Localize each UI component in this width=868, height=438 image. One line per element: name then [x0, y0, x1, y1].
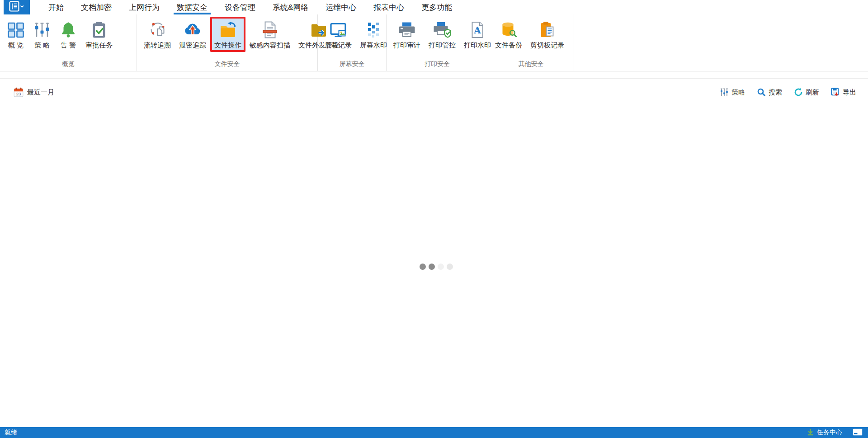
- print-watermark-icon: A: [468, 21, 486, 39]
- ribbon-button-label: 文件备份: [495, 41, 522, 49]
- print-control-icon: [433, 21, 451, 39]
- tab-data-security[interactable]: 数据安全: [168, 0, 216, 14]
- screen-watermark-icon: [364, 21, 382, 39]
- ribbon-button-print-control[interactable]: 打印管控: [425, 17, 460, 52]
- ribbon-group-screen-security: 屏幕记录 屏幕水印 屏幕安全: [318, 14, 387, 71]
- refresh-icon: [794, 88, 803, 97]
- ribbon-group-overview: 概 览 策 略: [0, 14, 137, 71]
- message-panel-button[interactable]: [853, 429, 863, 437]
- ribbon-button-label: 剪切板记录: [530, 41, 564, 49]
- ribbon-button-screen-record[interactable]: 屏幕记录: [321, 17, 356, 52]
- ribbon-group-label: 屏幕安全: [318, 59, 386, 71]
- overview-grid-icon: [7, 21, 25, 39]
- ribbon-group-other-security: 文件备份 剪切板记录 其他安全: [488, 14, 574, 71]
- ribbon-button-label: 打印审计: [393, 41, 420, 49]
- export-button[interactable]: 导出: [831, 88, 856, 97]
- ribbon-button-file-backup[interactable]: 文件备份: [491, 17, 526, 52]
- ribbon-button-label: 策 略: [34, 41, 50, 49]
- ribbon-button-label: 敏感内容扫描: [250, 41, 290, 49]
- tab-device-management[interactable]: 设备管理: [216, 0, 264, 14]
- svg-text:A: A: [473, 25, 481, 36]
- tab-start[interactable]: 开始: [40, 0, 72, 14]
- calendar-icon: 23: [14, 87, 24, 97]
- ribbon-button-screen-watermark[interactable]: 屏幕水印: [356, 17, 391, 52]
- ribbon-button-leak-tracking[interactable]: 泄密追踪: [175, 17, 210, 52]
- task-download-icon: [807, 428, 814, 437]
- task-center-button[interactable]: 任务中心: [807, 428, 842, 437]
- tab-system-network[interactable]: 系统&网络: [264, 0, 317, 14]
- toolbar-actions: 策略 搜索 刷新: [720, 88, 856, 97]
- policy-sliders-icon: [720, 88, 729, 97]
- app-menu-icon: [9, 1, 24, 14]
- loading-dots: [420, 264, 453, 270]
- ribbon-button-file-operation[interactable]: 文件操作: [210, 17, 245, 52]
- date-range-label: 最近一月: [27, 88, 54, 97]
- file-operation-icon: [219, 21, 237, 39]
- export-button-label: 导出: [843, 88, 856, 97]
- ribbon-button-label: 概 览: [8, 41, 24, 49]
- tab-bar: 开始 文档加密 上网行为 数据安全 设备管理 系统&网络 运维中心 报表中心 更…: [0, 0, 868, 14]
- ribbon-button-sensitive-content-scan[interactable]: 敏感内容扫描: [245, 17, 294, 52]
- status-bar: 就绪 任务中心: [0, 427, 868, 438]
- message-panel-icon: [853, 429, 863, 437]
- task-center-label: 任务中心: [817, 429, 842, 437]
- ribbon-button-clipboard-record[interactable]: 剪切板记录: [526, 17, 568, 52]
- ribbon-button-label: 告 警: [61, 41, 76, 49]
- file-flow-trace-icon: [148, 21, 166, 39]
- ribbon-button-label: 屏幕水印: [360, 41, 387, 49]
- ribbon-button-label: 泄密追踪: [179, 41, 206, 49]
- alarm-bell-icon: [59, 21, 77, 39]
- ribbon: 概 览 策 略: [0, 14, 868, 71]
- content-area: [0, 106, 868, 427]
- screen-record-icon: [329, 21, 347, 39]
- ribbon-group-print-security: 打印审计 打印管控: [387, 14, 488, 71]
- refresh-button[interactable]: 刷新: [794, 88, 819, 97]
- sensitive-content-scan-icon: [261, 21, 279, 39]
- search-icon: [757, 88, 766, 97]
- policy-button[interactable]: 策略: [720, 88, 745, 97]
- status-text: 就绪: [5, 429, 17, 437]
- print-audit-icon: [398, 21, 416, 39]
- ribbon-group-label: 文件安全: [137, 59, 317, 71]
- approval-tasks-icon: [90, 21, 108, 39]
- ribbon-button-label: 文件操作: [214, 41, 241, 49]
- ribbon-button-approval-tasks[interactable]: 审批任务: [81, 17, 117, 52]
- ribbon-button-print-audit[interactable]: 打印审计: [389, 17, 425, 52]
- ribbon-group-label: 概览: [0, 59, 137, 71]
- refresh-button-label: 刷新: [806, 88, 819, 97]
- ribbon-button-policy[interactable]: 策 略: [29, 17, 55, 52]
- content-toolbar: 23 最近一月 策略: [0, 78, 868, 106]
- search-button[interactable]: 搜索: [757, 88, 782, 97]
- tab-internet-behavior[interactable]: 上网行为: [120, 0, 168, 14]
- clipboard-record-icon: [538, 21, 557, 39]
- ribbon-group-label: 其他安全: [488, 59, 574, 71]
- ribbon-group-file-security: 流转追溯 泄密追踪: [137, 14, 318, 71]
- ribbon-button-file-flow-trace[interactable]: 流转追溯: [140, 17, 175, 52]
- export-icon: [831, 88, 840, 97]
- app-menu-button[interactable]: [4, 0, 30, 14]
- ribbon-button-overview[interactable]: 概 览: [3, 17, 29, 52]
- ribbon-button-label: 屏幕记录: [325, 41, 352, 49]
- ribbon-tabs: 开始 文档加密 上网行为 数据安全 设备管理 系统&网络 运维中心 报表中心 更…: [40, 0, 461, 14]
- tab-more-features[interactable]: 更多功能: [413, 0, 461, 14]
- ribbon-button-label: 审批任务: [85, 41, 113, 49]
- tab-ops-center[interactable]: 运维中心: [317, 0, 365, 14]
- svg-text:23: 23: [16, 91, 21, 96]
- tab-doc-encryption[interactable]: 文档加密: [72, 0, 120, 14]
- ribbon-group-label: 打印安全: [387, 59, 488, 71]
- ribbon-button-label: 流转追溯: [144, 41, 171, 49]
- ribbon-button-label: 打印管控: [429, 41, 456, 49]
- ribbon-button-label: 打印水印: [464, 41, 491, 49]
- search-button-label: 搜索: [769, 88, 782, 97]
- date-range-filter[interactable]: 23 最近一月: [14, 87, 54, 97]
- policy-sliders-icon: [33, 21, 51, 39]
- leak-tracking-icon: [184, 21, 202, 39]
- policy-button-label: 策略: [731, 88, 745, 97]
- tab-report-center[interactable]: 报表中心: [365, 0, 413, 14]
- file-backup-icon: [500, 21, 518, 39]
- ribbon-button-alarm[interactable]: 告 警: [55, 17, 81, 52]
- main-window: 开始 文档加密 上网行为 数据安全 设备管理 系统&网络 运维中心 报表中心 更…: [0, 0, 868, 438]
